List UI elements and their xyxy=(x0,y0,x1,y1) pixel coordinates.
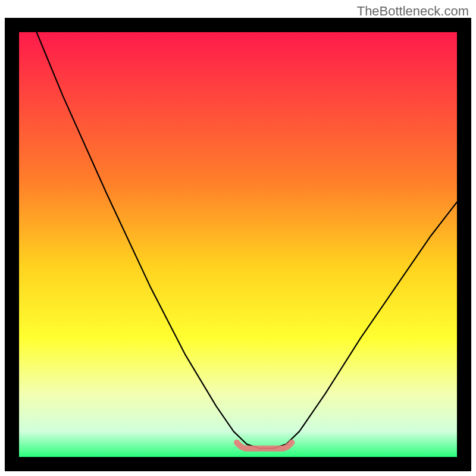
chart-container: TheBottleneck.com xyxy=(0,0,476,476)
watermark-text: TheBottleneck.com xyxy=(357,4,469,19)
svg-rect-0 xyxy=(19,32,457,457)
chart-frame xyxy=(5,18,471,471)
chart-svg xyxy=(5,18,471,471)
